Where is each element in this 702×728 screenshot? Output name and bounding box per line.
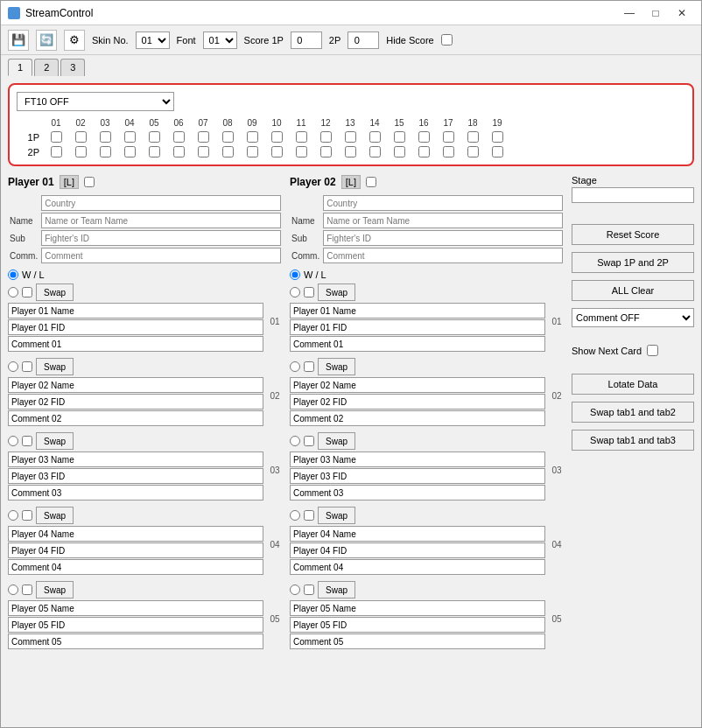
p1-comment-1[interactable]: [8, 336, 263, 352]
ft-1p-cb-11[interactable]: [296, 131, 307, 143]
ft-1p-cb-09[interactable]: [247, 131, 258, 143]
player2-country-input[interactable]: [323, 195, 563, 211]
skin-select[interactable]: 010203: [136, 32, 170, 49]
player1-name-input[interactable]: [41, 213, 281, 228]
p1-checkbox-5[interactable]: [22, 584, 32, 595]
ft-2p-cb-04[interactable]: [124, 146, 136, 158]
ft-1p-cb-17[interactable]: [443, 131, 454, 143]
p2-comment-4[interactable]: [290, 559, 545, 575]
ft-2p-cb-15[interactable]: [394, 146, 405, 158]
tab-2[interactable]: 2: [34, 59, 59, 76]
ft-2p-cb-09[interactable]: [247, 146, 258, 158]
font-select[interactable]: 010203: [203, 32, 237, 49]
p1-radio-4[interactable]: [8, 510, 18, 521]
score1p-input[interactable]: [291, 32, 322, 49]
ft-1p-cb-14[interactable]: [369, 131, 381, 143]
player2-sub-input[interactable]: [323, 230, 563, 246]
p2-radio-2[interactable]: [290, 361, 300, 372]
p1-radio-1[interactable]: [8, 287, 18, 298]
p2-radio-4[interactable]: [290, 510, 300, 521]
p1-comment-2[interactable]: [8, 410, 263, 426]
p1-name-2[interactable]: [8, 377, 263, 393]
p2-fid-1[interactable]: [290, 319, 545, 335]
p2-name-3[interactable]: [290, 452, 545, 467]
ft-2p-cb-14[interactable]: [369, 146, 381, 158]
ft-1p-cb-07[interactable]: [198, 131, 209, 143]
p2-name-2[interactable]: [290, 377, 545, 393]
p1-swap-btn-5[interactable]: Swap: [36, 581, 74, 598]
p2-name-4[interactable]: [290, 526, 545, 542]
ft-2p-cb-13[interactable]: [345, 146, 356, 158]
ft-2p-cb-01[interactable]: [51, 146, 62, 158]
ft-1p-cb-01[interactable]: [51, 131, 62, 143]
tab-3[interactable]: 3: [60, 59, 85, 76]
ft-1p-cb-13[interactable]: [345, 131, 356, 143]
ft-1p-cb-10[interactable]: [271, 131, 283, 143]
p1-name-3[interactable]: [8, 452, 263, 467]
p2-radio-1[interactable]: [290, 287, 300, 298]
p1-fid-2[interactable]: [8, 394, 263, 410]
ft-2p-cb-18[interactable]: [467, 146, 479, 158]
player2-name-input[interactable]: [323, 213, 563, 228]
p1-swap-btn-4[interactable]: Swap: [36, 507, 74, 524]
ft-select[interactable]: FT10 OFF FT3 FT5 FT7 FT10: [17, 92, 174, 111]
p2-name-1[interactable]: [290, 303, 545, 318]
p1-radio-2[interactable]: [8, 361, 18, 372]
ft-1p-cb-19[interactable]: [492, 131, 503, 143]
p1-name-4[interactable]: [8, 526, 263, 542]
p1-swap-btn-2[interactable]: Swap: [36, 358, 74, 375]
player1-sub-input[interactable]: [41, 230, 281, 246]
p1-checkbox-2[interactable]: [22, 361, 32, 372]
ft-2p-cb-05[interactable]: [149, 146, 160, 158]
p1-name-5[interactable]: [8, 600, 263, 616]
p2-name-5[interactable]: [290, 600, 545, 616]
ft-1p-cb-15[interactable]: [394, 131, 405, 143]
ft-2p-cb-08[interactable]: [222, 146, 234, 158]
p2-swap-btn-1[interactable]: Swap: [318, 284, 355, 301]
p2-fid-2[interactable]: [290, 394, 545, 410]
score2p-input[interactable]: [347, 32, 379, 49]
p1-comment-5[interactable]: [8, 634, 263, 649]
p1-comment-4[interactable]: [8, 559, 263, 575]
player2-wl-radio[interactable]: [290, 270, 300, 280]
p1-fid-5[interactable]: [8, 617, 263, 633]
show-next-checkbox[interactable]: [647, 345, 658, 356]
ft-1p-cb-03[interactable]: [100, 131, 111, 143]
p2-checkbox-1[interactable]: [304, 287, 314, 298]
p2-comment-1[interactable]: [290, 336, 545, 352]
minimize-button[interactable]: —: [617, 4, 642, 22]
p2-checkbox-3[interactable]: [304, 436, 314, 446]
ft-2p-cb-11[interactable]: [296, 146, 307, 158]
p1-comment-3[interactable]: [8, 485, 263, 500]
refresh-button[interactable]: 🔄: [36, 30, 57, 51]
ft-2p-cb-17[interactable]: [443, 146, 454, 158]
ft-1p-cb-04[interactable]: [124, 131, 136, 143]
ft-2p-cb-19[interactable]: [492, 146, 503, 158]
p2-checkbox-4[interactable]: [304, 510, 314, 521]
lotate-button[interactable]: Lotate Data: [572, 374, 694, 395]
player1-wl-radio[interactable]: [8, 270, 18, 280]
ft-1p-cb-05[interactable]: [149, 131, 160, 143]
ft-2p-cb-02[interactable]: [75, 146, 87, 158]
p2-radio-3[interactable]: [290, 436, 300, 446]
p2-swap-btn-5[interactable]: Swap: [318, 581, 355, 598]
p2-comment-2[interactable]: [290, 410, 545, 426]
ft-2p-cb-06[interactable]: [173, 146, 185, 158]
p2-comment-3[interactable]: [290, 485, 545, 500]
ft-2p-cb-16[interactable]: [418, 146, 430, 158]
p1-fid-4[interactable]: [8, 542, 263, 558]
p1-radio-3[interactable]: [8, 436, 18, 446]
ft-1p-cb-16[interactable]: [418, 131, 430, 143]
p1-radio-5[interactable]: [8, 584, 18, 595]
p1-fid-3[interactable]: [8, 468, 263, 484]
reset-score-button[interactable]: Reset Score: [572, 224, 694, 245]
close-button[interactable]: ✕: [670, 4, 694, 22]
player2-comm-input[interactable]: [323, 248, 563, 263]
p1-checkbox-3[interactable]: [22, 436, 32, 446]
swap-1p2p-button[interactable]: Swap 1P and 2P: [572, 252, 694, 273]
ft-1p-cb-18[interactable]: [467, 131, 479, 143]
p2-swap-btn-4[interactable]: Swap: [318, 507, 355, 524]
settings-button[interactable]: ⚙: [64, 30, 85, 51]
ft-2p-cb-03[interactable]: [100, 146, 111, 158]
ft-2p-cb-10[interactable]: [271, 146, 283, 158]
